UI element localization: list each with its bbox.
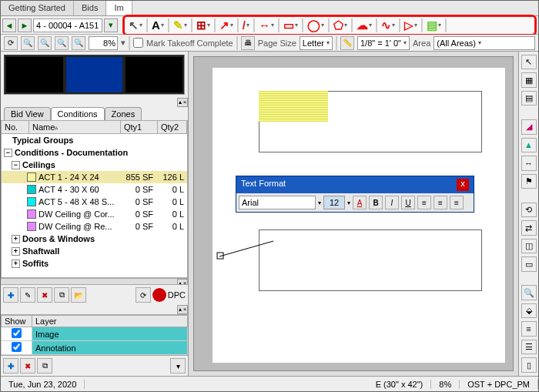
list-icon[interactable]: ≡ — [521, 321, 537, 336]
zoom-out-button[interactable]: 🔍 — [21, 36, 35, 50]
dimension-tool[interactable]: ↔▾ — [258, 18, 275, 32]
add-layer-button[interactable]: ✚ — [3, 358, 18, 374]
cursor-tool[interactable]: ↖▾ — [128, 18, 143, 33]
print-button[interactable]: 🖶 — [241, 36, 255, 50]
layer-visibility-checkbox[interactable] — [12, 328, 22, 338]
layer-visibility-checkbox[interactable] — [12, 342, 22, 352]
zoom-fit-button[interactable]: 🔍 — [55, 36, 69, 50]
grid-icon[interactable]: ▦ — [521, 72, 537, 87]
col-qty1[interactable]: Qty1 — [121, 121, 158, 133]
collapse-icon[interactable]: − — [4, 149, 12, 157]
tree-group[interactable]: +Shaftwall — [2, 245, 187, 257]
layer-row[interactable]: Annotation — [2, 341, 188, 355]
rotate-icon[interactable]: ⟲ — [521, 203, 537, 217]
tab-getting-started[interactable]: Getting Started — [1, 1, 74, 15]
expand-icon[interactable]: + — [12, 260, 20, 268]
area-dropdown[interactable]: (All Areas)▾ — [434, 36, 535, 50]
italic-button[interactable]: I — [385, 196, 399, 209]
collapse-icon[interactable]: − — [12, 161, 20, 169]
thumbnail[interactable] — [66, 57, 123, 92]
count-tool-icon[interactable]: ▲ — [521, 138, 537, 152]
copy-layer-button[interactable]: ⧉ — [37, 358, 52, 374]
bold-button[interactable]: B — [369, 196, 383, 209]
underline-button[interactable]: U — [401, 196, 415, 209]
flag-icon[interactable]: ⚑ — [521, 174, 537, 189]
tree-group[interactable]: −Conditions - Documentation — [2, 146, 187, 159]
mark-takeoff-checkbox[interactable] — [133, 38, 143, 48]
tree-condition-row[interactable]: ACT 1 - 24 X 24855 SF126 L — [2, 171, 187, 183]
col-qty2[interactable]: Qty2 — [158, 121, 187, 133]
select-icon[interactable]: ▭ — [521, 256, 537, 271]
tree-group[interactable]: +Soffits — [2, 257, 187, 270]
col-show[interactable]: Show — [2, 316, 32, 327]
expand-icon[interactable]: + — [12, 235, 20, 243]
tab-zones[interactable]: Zones — [105, 107, 142, 120]
zoom-extent-button[interactable]: 🔍 — [72, 36, 85, 50]
collapse-thumb-button[interactable]: ▴ × — [177, 98, 188, 107]
tree-condition-row[interactable]: DW Ceiling @ Re...0 SF0 L — [2, 220, 187, 233]
line-tool-icon[interactable]: ↔ — [521, 156, 537, 170]
line-tool[interactable]: /▾ — [242, 18, 250, 32]
open-folder-button[interactable]: 📂 — [71, 287, 86, 303]
drawing-canvas[interactable]: Text Format x ▾ ▾ A B I U ≡ ≡ ≡ — [193, 56, 514, 371]
delete-button[interactable]: ✖ — [37, 287, 52, 303]
play-tool[interactable]: ▷▾ — [403, 18, 418, 33]
nav-prev-button[interactable]: ◄ — [2, 18, 16, 32]
tab-conditions[interactable]: Conditions — [51, 107, 105, 120]
tree-group[interactable]: Typical Groups — [2, 134, 187, 146]
font-family-input[interactable] — [239, 196, 316, 209]
delete-layer-button[interactable]: ✖ — [20, 358, 35, 374]
rectangle-tool[interactable]: ▭▾ — [283, 18, 299, 33]
measure-tool-icon[interactable]: ◢ — [521, 119, 537, 134]
thumbnail[interactable] — [126, 57, 182, 92]
dialog-titlebar[interactable]: Text Format x — [236, 176, 474, 193]
menu-icon[interactable]: ☰ — [521, 340, 537, 354]
tree-group[interactable]: +Doors & Windows — [2, 233, 187, 245]
collapse-layers-button[interactable]: ▴ × — [177, 305, 188, 314]
tab-bids[interactable]: Bids — [74, 1, 106, 15]
reload-button[interactable]: ⟳ — [136, 287, 151, 303]
tree-condition-row[interactable]: ACT 4 - 30 X 600 SF0 L — [2, 183, 187, 196]
flip-icon[interactable]: ⇄ — [521, 220, 537, 235]
col-no[interactable]: No. — [2, 121, 29, 133]
tree-condition-row[interactable]: ACT 5 - 48 X 48 S...0 SF0 L — [2, 196, 187, 208]
page-selector-input[interactable] — [33, 18, 102, 32]
layer-row[interactable]: Image — [2, 327, 188, 341]
font-color-button[interactable]: A — [353, 196, 367, 209]
close-button[interactable]: x — [457, 179, 469, 191]
note-tool[interactable]: ▤▾ — [426, 18, 442, 33]
nav-next-button[interactable]: ► — [18, 18, 32, 32]
ruler-button[interactable]: 📏 — [340, 36, 354, 50]
polygon-tool[interactable]: ⬠▾ — [333, 18, 348, 33]
expand-icon[interactable]: + — [12, 247, 20, 256]
col-layer[interactable]: Layer — [32, 316, 188, 327]
scale-dropdown[interactable]: 1/8" = 1' 0"▾ — [357, 36, 410, 50]
layer-options-button[interactable]: ▾ — [170, 358, 186, 374]
zoom-icon[interactable]: 🔍 — [521, 285, 537, 300]
circle-tool[interactable]: ◯▾ — [306, 18, 325, 33]
named-part-tool[interactable]: ⊞▾ — [196, 18, 211, 33]
nav-dropdown-button[interactable]: ▾ — [104, 18, 118, 32]
arrow-tool[interactable]: ↗▾ — [219, 18, 234, 33]
page-icon[interactable]: ▯ — [521, 357, 537, 372]
font-size-input[interactable] — [323, 196, 345, 209]
freehand-tool[interactable]: ∿▾ — [380, 18, 396, 33]
cursor-icon[interactable]: ↖ — [521, 55, 537, 69]
col-name[interactable]: Name ▵ — [29, 121, 121, 133]
cloud-tool[interactable]: ☁▾ — [356, 18, 373, 33]
thumbnail-strip[interactable] — [4, 55, 185, 95]
bucket-icon[interactable]: ⬙ — [521, 303, 537, 318]
align-center-button[interactable]: ≡ — [434, 196, 447, 209]
add-button[interactable]: ✚ — [3, 287, 18, 303]
tree-group[interactable]: −Ceilings — [2, 159, 187, 171]
copy-button[interactable]: ⧉ — [54, 287, 69, 303]
refresh-button[interactable]: ⟳ — [4, 36, 18, 50]
dimension-annotation[interactable] — [216, 237, 277, 260]
crop-icon[interactable]: ◫ — [521, 239, 537, 253]
text-tool[interactable]: A▾ — [151, 18, 165, 32]
align-right-button[interactable]: ≡ — [450, 196, 464, 209]
takeoff-highlight[interactable] — [259, 91, 328, 122]
edit-button[interactable]: ✎ — [20, 287, 35, 303]
zoom-in-button[interactable]: 🔍 — [38, 36, 52, 50]
tab-image[interactable]: Im — [106, 1, 132, 15]
